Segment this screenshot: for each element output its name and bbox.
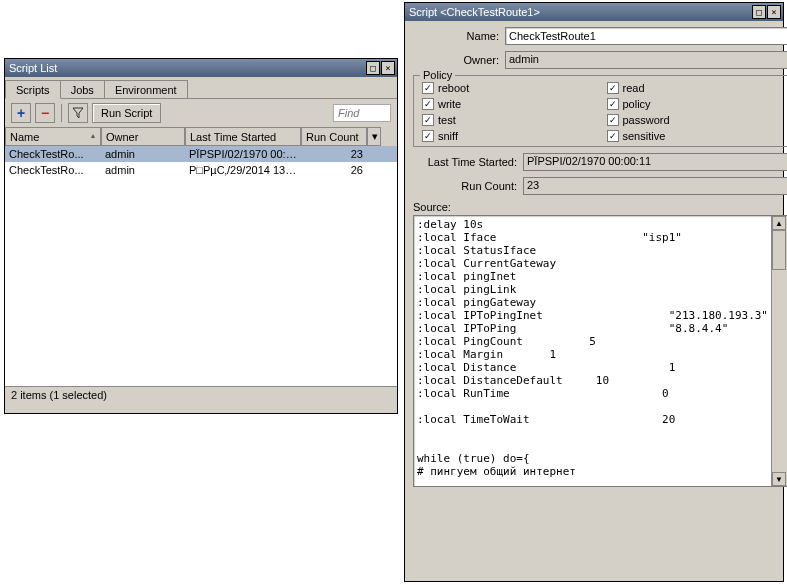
sort-asc-icon <box>90 132 96 141</box>
checkbox-sniff[interactable]: ✓ <box>422 130 434 142</box>
script-list-window: Script List □ × Scripts Jobs Environment… <box>4 58 398 414</box>
policy-policy[interactable]: ✓policy <box>607 98 780 110</box>
titlebar-script-edit[interactable]: Script <CheckTestRoute1> □ × <box>405 3 783 21</box>
last-time-label: Last Time Started: <box>413 156 523 168</box>
cell-name: CheckTestRo... <box>5 147 101 161</box>
cell-owner: admin <box>101 163 185 177</box>
toolbar-divider <box>61 104 62 122</box>
checkbox-sensitive[interactable]: ✓ <box>607 130 619 142</box>
policy-group: Policy ✓reboot✓read✓write✓policy✓test✓pa… <box>413 75 787 147</box>
tab-jobs[interactable]: Jobs <box>60 80 105 98</box>
policy-label: sniff <box>438 130 458 142</box>
policy-label: write <box>438 98 461 110</box>
policy-legend: Policy <box>420 69 455 81</box>
checkbox-read[interactable]: ✓ <box>607 82 619 94</box>
run-count-field: 23 <box>523 177 787 195</box>
policy-label: policy <box>623 98 651 110</box>
status-bar: 2 items (1 selected) <box>5 386 397 403</box>
list-body: CheckTestRo...adminРЇРЅРІ/02/1970 00:0..… <box>5 146 397 386</box>
add-button[interactable]: + <box>11 103 31 123</box>
close-button[interactable]: × <box>767 5 781 19</box>
titlebar-script-list[interactable]: Script List □ × <box>5 59 397 77</box>
cell-last: Р□РµС‚/29/2014 13:... <box>185 163 301 177</box>
script-edit-window: Script <CheckTestRoute1> □ × Name: Owner… <box>404 2 784 582</box>
source-scrollbar[interactable]: ▲ ▼ <box>771 216 787 486</box>
funnel-icon <box>72 107 84 119</box>
cell-owner: admin <box>101 147 185 161</box>
cell-last: РЇРЅРІ/02/1970 00:0... <box>185 147 301 161</box>
titlebar-controls: □ × <box>752 5 781 19</box>
cell-name: CheckTestRo... <box>5 163 101 177</box>
remove-button[interactable]: − <box>35 103 55 123</box>
policy-label: reboot <box>438 82 469 94</box>
policy-label: test <box>438 114 456 126</box>
policy-read[interactable]: ✓read <box>607 82 780 94</box>
checkbox-password[interactable]: ✓ <box>607 114 619 126</box>
run-count-label: Run Count: <box>413 180 523 192</box>
table-row[interactable]: CheckTestRo...adminР□РµС‚/29/2014 13:...… <box>5 162 397 178</box>
run-script-button[interactable]: Run Script <box>92 103 161 123</box>
tabs: Scripts Jobs Environment <box>5 80 397 99</box>
header-last-time[interactable]: Last Time Started <box>185 127 301 146</box>
name-field[interactable] <box>505 27 787 45</box>
table-row[interactable]: CheckTestRo...adminРЇРЅРІ/02/1970 00:0..… <box>5 146 397 162</box>
owner-field: admin <box>505 51 787 69</box>
scroll-thumb[interactable] <box>772 230 786 270</box>
minimize-button[interactable]: □ <box>752 5 766 19</box>
last-time-field: РЇРЅРІ/02/1970 00:00:11 <box>523 153 787 171</box>
header-dropdown[interactable]: ▾ <box>367 127 381 146</box>
checkbox-reboot[interactable]: ✓ <box>422 82 434 94</box>
source-label: Source: <box>413 201 787 213</box>
policy-test[interactable]: ✓test <box>422 114 595 126</box>
window-title: Script <CheckTestRoute1> <box>409 6 752 18</box>
cell-count: 26 <box>301 163 367 177</box>
source-text[interactable]: :delay 10s :local Iface "isp1" :local St… <box>414 216 771 486</box>
policy-sniff[interactable]: ✓sniff <box>422 130 595 142</box>
header-run-count[interactable]: Run Count <box>301 127 367 146</box>
policy-write[interactable]: ✓write <box>422 98 595 110</box>
header-name[interactable]: Name <box>5 127 101 146</box>
policy-password[interactable]: ✓password <box>607 114 780 126</box>
checkbox-policy[interactable]: ✓ <box>607 98 619 110</box>
tab-environment[interactable]: Environment <box>104 80 188 98</box>
header-owner[interactable]: Owner <box>101 127 185 146</box>
policy-label: password <box>623 114 670 126</box>
cell-count: 23 <box>301 147 367 161</box>
minimize-button[interactable]: □ <box>366 61 380 75</box>
toolbar: + − Run Script <box>5 99 397 127</box>
close-button[interactable]: × <box>381 61 395 75</box>
policy-reboot[interactable]: ✓reboot <box>422 82 595 94</box>
source-editor[interactable]: :delay 10s :local Iface "isp1" :local St… <box>413 215 787 487</box>
titlebar-controls: □ × <box>366 61 395 75</box>
checkbox-write[interactable]: ✓ <box>422 98 434 110</box>
filter-button[interactable] <box>68 103 88 123</box>
checkbox-test[interactable]: ✓ <box>422 114 434 126</box>
policy-sensitive[interactable]: ✓sensitive <box>607 130 780 142</box>
owner-label: Owner: <box>413 54 505 66</box>
find-input[interactable] <box>333 104 391 122</box>
scroll-up-button[interactable]: ▲ <box>772 216 786 230</box>
policy-label: sensitive <box>623 130 666 142</box>
tab-scripts[interactable]: Scripts <box>5 80 61 99</box>
scroll-down-button[interactable]: ▼ <box>772 472 786 486</box>
window-title: Script List <box>9 62 366 74</box>
policy-label: read <box>623 82 645 94</box>
list-header: Name Owner Last Time Started Run Count ▾ <box>5 127 397 146</box>
name-label: Name: <box>413 30 505 42</box>
